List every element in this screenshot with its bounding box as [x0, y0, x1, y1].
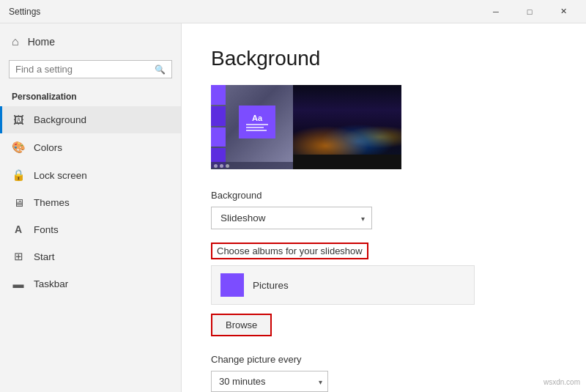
sidebar-item-lock-screen[interactable]: 🔒 Lock screen [0, 161, 181, 189]
taskbar-icon: ▬ [12, 278, 25, 290]
album-icon-pictures [220, 273, 244, 297]
sidebar-item-label-fonts: Fonts [34, 224, 59, 235]
sidebar-item-home[interactable]: ⌂ Home [0, 29, 181, 54]
preview-city-scene [293, 85, 401, 169]
themes-icon: 🖥 [12, 196, 25, 209]
sidebar-item-label-colors: Colors [34, 142, 62, 153]
fonts-icon: A [12, 223, 25, 235]
preview-stripe-2 [211, 106, 226, 126]
preview-right-panel [293, 85, 401, 169]
sidebar-section-label: Personalization [0, 84, 181, 106]
sidebar-item-label-background: Background [34, 114, 86, 125]
background-dropdown-container: Picture Solid color Slideshow ▾ [211, 207, 372, 229]
main-content: Background Aa [182, 23, 586, 392]
change-picture-label: Change picture every [211, 354, 557, 365]
sidebar-home-label: Home [28, 36, 55, 48]
sidebar-item-label-themes: Themes [34, 197, 70, 208]
window-controls: ─ □ ✕ [479, 0, 580, 23]
album-name-pictures: Pictures [253, 280, 289, 291]
albums-list: Pictures [211, 265, 475, 305]
sidebar-item-start[interactable]: ⊞ Start [0, 243, 181, 270]
colors-icon: 🎨 [12, 141, 25, 154]
preview-stripes [211, 85, 226, 169]
preview-taskbar-sim [211, 162, 295, 169]
preview-stripe-1 [211, 85, 226, 105]
sidebar-item-themes[interactable]: 🖥 Themes [0, 189, 181, 216]
background-icon: 🖼 [12, 114, 25, 126]
sidebar-item-label-start: Start [34, 251, 55, 262]
taskbar-dot-1 [214, 164, 218, 168]
background-preview: Aa [211, 85, 401, 169]
search-input[interactable] [15, 64, 155, 75]
search-box[interactable]: 🔍 [9, 60, 172, 78]
sidebar-item-colors[interactable]: 🎨 Colors [0, 133, 181, 161]
time-dropdown-container: 1 minute 10 minutes 30 minutes 1 hour 6 … [211, 371, 328, 392]
sidebar-item-background[interactable]: 🖼 Background [0, 106, 181, 133]
app-body: ⌂ Home 🔍 Personalization 🖼 Background 🎨 … [0, 23, 586, 392]
maximize-button[interactable]: □ [513, 0, 546, 23]
home-icon: ⌂ [12, 35, 19, 48]
start-icon: ⊞ [12, 250, 25, 263]
preview-theme-box: Aa [239, 106, 275, 138]
preview-aa-text: Aa [252, 114, 262, 122]
preview-city-lights [293, 111, 401, 155]
titlebar: Settings ─ □ ✕ [0, 0, 586, 23]
background-section-label: Background [211, 190, 557, 201]
album-item-pictures: Pictures [212, 266, 474, 304]
taskbar-dot-3 [226, 164, 229, 168]
preview-line-3 [246, 130, 267, 131]
preview-left-panel: Aa [211, 85, 295, 169]
page-title: Background [211, 47, 557, 70]
sidebar-item-label-taskbar: Taskbar [34, 278, 68, 289]
background-dropdown[interactable]: Picture Solid color Slideshow [211, 207, 372, 229]
time-dropdown[interactable]: 1 minute 10 minutes 30 minutes 1 hour 6 … [211, 371, 328, 392]
titlebar-title: Settings [9, 7, 40, 17]
sidebar-item-taskbar[interactable]: ▬ Taskbar [0, 270, 181, 297]
preview-line-2 [246, 127, 264, 128]
close-button[interactable]: ✕ [546, 0, 580, 23]
sidebar-item-label-lock-screen: Lock screen [34, 170, 87, 181]
watermark: wsxdn.com [544, 378, 580, 386]
minimize-button[interactable]: ─ [479, 0, 513, 23]
choose-albums-label: Choose albums for your slideshow [211, 243, 368, 259]
sidebar-item-fonts[interactable]: A Fonts [0, 216, 181, 243]
search-icon: 🔍 [155, 64, 166, 75]
taskbar-dot-2 [220, 164, 223, 168]
lock-screen-icon: 🔒 [12, 169, 25, 182]
sidebar: ⌂ Home 🔍 Personalization 🖼 Background 🎨 … [0, 23, 182, 392]
preview-lines [246, 124, 268, 131]
preview-line-1 [246, 124, 268, 125]
preview-stripe-3 [211, 127, 226, 147]
preview-road [293, 155, 401, 169]
browse-button[interactable]: Browse [211, 314, 272, 336]
